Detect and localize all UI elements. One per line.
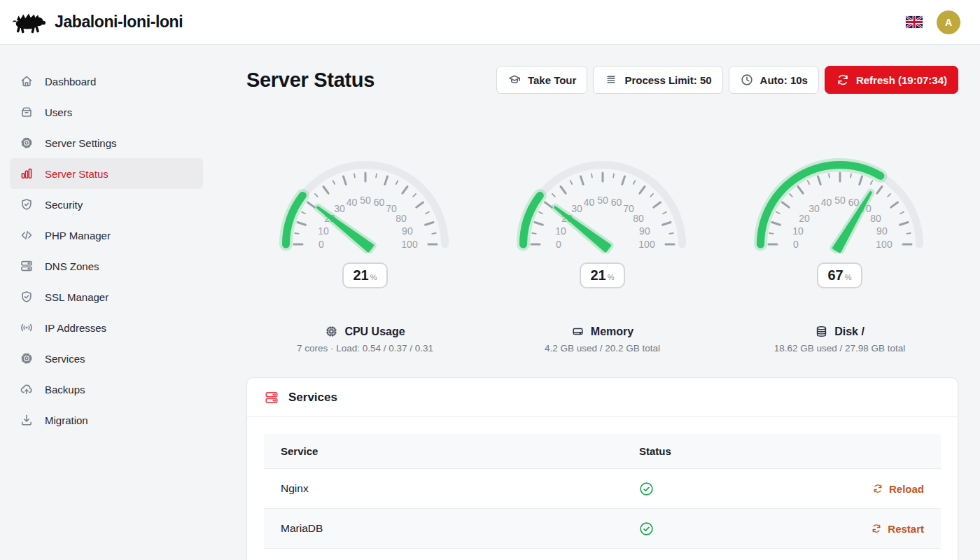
- uk-flag-language-button[interactable]: [906, 16, 923, 28]
- svg-text:100: 100: [876, 239, 892, 250]
- services-card: Services Service Status Nginx Reload: [246, 377, 958, 560]
- svg-text:80: 80: [396, 213, 407, 224]
- svg-text:50: 50: [834, 195, 846, 206]
- sidebar-item-dashboard[interactable]: Dashboard: [10, 66, 203, 97]
- gauge-card: 0102030405060708090100 21 % CPU Usage 7 …: [246, 158, 484, 354]
- gauge-chart: 0102030405060708090100: [274, 158, 456, 253]
- svg-text:30: 30: [571, 203, 582, 214]
- main-content: Server Status Take Tour Process Limit: 5…: [213, 45, 980, 560]
- gauges-row: 0102030405060708090100 21 % CPU Usage 7 …: [246, 158, 958, 354]
- status-ok-icon: [639, 482, 654, 496]
- svg-text:90: 90: [402, 225, 413, 237]
- svg-text:0: 0: [318, 239, 324, 250]
- gauge-card: 0102030405060708090100 21 % Memory 4.2 G…: [484, 158, 721, 354]
- sidebar-item-label: Services: [45, 353, 85, 365]
- sidebar-item-backups[interactable]: Backups: [10, 374, 203, 405]
- brand-name: Jabaloni-loni-loni: [55, 13, 183, 31]
- sidebar-item-ssl-manager[interactable]: SSL Manager: [10, 281, 203, 312]
- status-ok-icon: [639, 522, 654, 536]
- sidebar-item-users[interactable]: Users: [10, 97, 203, 127]
- svg-text:100: 100: [401, 239, 418, 250]
- sidebar-item-label: Server Status: [45, 168, 108, 180]
- sidebar-item-server-status[interactable]: Server Status: [10, 158, 203, 189]
- page-title: Server Status: [246, 69, 374, 92]
- service-action-button[interactable]: Restart: [871, 523, 941, 535]
- table-row: MariaDB Restart: [264, 509, 941, 549]
- gauge-subtitle: 18.62 GB used / 27.98 GB total: [774, 343, 906, 354]
- svg-text:0: 0: [793, 239, 799, 250]
- process-limit-button[interactable]: Process Limit: 50: [593, 66, 722, 94]
- sidebar-item-security[interactable]: Security: [10, 189, 203, 220]
- server-stack-icon: [20, 259, 34, 273]
- top-header: Jabaloni-loni-loni A: [0, 0, 980, 45]
- gauge-value-pill: 21 %: [342, 262, 387, 288]
- gauge-unit: %: [845, 273, 852, 281]
- auto-refresh-button[interactable]: Auto: 10s: [729, 66, 819, 94]
- boar-logo-icon: [11, 10, 46, 34]
- column-header-status: Status: [639, 445, 941, 457]
- refresh-button[interactable]: Refresh (19:07:34): [825, 66, 958, 94]
- svg-text:10: 10: [555, 225, 566, 237]
- table-header-row: Service Status: [264, 434, 941, 469]
- gauge-subtitle: 7 cores · Load: 0.54 / 0.37 / 0.31: [297, 343, 433, 354]
- brand-home-link[interactable]: Jabaloni-loni-loni: [11, 10, 183, 34]
- svg-text:30: 30: [334, 203, 345, 214]
- code-icon: [20, 228, 34, 242]
- svg-text:40: 40: [583, 197, 594, 208]
- gauge-label: CPU Usage: [344, 326, 405, 338]
- reload-icon: [872, 483, 883, 494]
- sidebar-item-server-settings[interactable]: Server Settings: [10, 127, 203, 158]
- svg-text:80: 80: [870, 213, 881, 224]
- svg-text:10: 10: [318, 225, 329, 237]
- home-icon: [20, 74, 34, 88]
- sidebar-item-label: PHP Manager: [45, 230, 111, 241]
- sidebar: Dashboard Users Server Settings Server S…: [0, 45, 213, 560]
- svg-text:60: 60: [373, 197, 384, 208]
- tour-icon: [507, 73, 522, 87]
- sidebar-item-label: Security: [45, 199, 83, 211]
- bar-chart-icon: [20, 167, 34, 181]
- sidebar-item-services[interactable]: Services: [10, 343, 203, 374]
- shield-check-icon: [20, 197, 34, 211]
- gauge-chart: 0102030405060708090100: [749, 158, 931, 253]
- svg-text:80: 80: [633, 213, 644, 224]
- sidebar-item-label: DNS Zones: [45, 260, 99, 272]
- services-table-body: Nginx Reload MariaDB Restart: [264, 469, 941, 560]
- gauge-unit: %: [608, 273, 615, 281]
- table-row: Nginx Reload: [264, 469, 941, 509]
- sidebar-item-label: Dashboard: [45, 76, 96, 88]
- sidebar-item-label: Server Settings: [45, 137, 117, 149]
- gauge-unit: %: [370, 273, 377, 281]
- sidebar-item-label: Users: [45, 106, 72, 118]
- svg-text:10: 10: [792, 225, 804, 237]
- sidebar-item-label: Migration: [45, 414, 88, 426]
- gear-icon: [20, 136, 34, 150]
- broadcast-icon: [20, 321, 34, 335]
- sidebar-item-php-manager[interactable]: PHP Manager: [10, 220, 203, 251]
- services-title: Services: [288, 391, 337, 405]
- service-name: MariaDB: [264, 522, 639, 535]
- sidebar-item-label: IP Addresses: [45, 322, 106, 334]
- sidebar-item-ip-addresses[interactable]: IP Addresses: [10, 312, 203, 343]
- sidebar-item-label: SSL Manager: [45, 291, 108, 303]
- svg-text:50: 50: [597, 195, 608, 206]
- sidebar-item-migration[interactable]: Migration: [10, 405, 203, 435]
- archive-icon: [20, 105, 34, 119]
- cpu-icon: [325, 325, 338, 338]
- service-name: Nginx: [264, 482, 639, 495]
- svg-text:90: 90: [639, 225, 650, 237]
- sidebar-item-dns-zones[interactable]: DNS Zones: [10, 251, 203, 281]
- list-icon: [604, 73, 618, 87]
- svg-text:60: 60: [610, 197, 622, 208]
- service-action-button[interactable]: Reload: [872, 483, 941, 495]
- cloud-upload-icon: [20, 382, 34, 396]
- gauge-value-pill: 67 %: [817, 262, 862, 288]
- service-action-label: Reload: [889, 483, 924, 495]
- server-icon: [264, 390, 279, 405]
- gauge-subtitle: 4.2 GB used / 20.2 GB total: [545, 343, 660, 354]
- svg-text:40: 40: [820, 197, 832, 208]
- svg-text:20: 20: [799, 213, 810, 224]
- svg-text:50: 50: [360, 195, 371, 206]
- user-avatar[interactable]: A: [937, 10, 960, 34]
- take-tour-button[interactable]: Take Tour: [496, 66, 587, 94]
